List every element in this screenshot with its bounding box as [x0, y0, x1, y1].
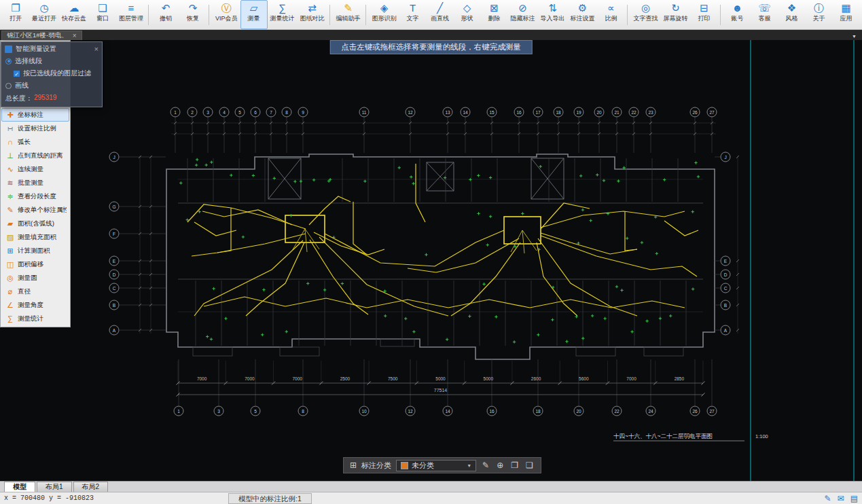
toolbar-button[interactable]: ⊘ 隐藏标注 [508, 0, 538, 29]
svg-text:G: G [112, 204, 115, 209]
tool-item[interactable]: ∠ 测量角度 [1, 298, 69, 312]
edit-annotation-icon: ✎ [5, 206, 15, 214]
close-icon[interactable]: × [94, 46, 98, 52]
toolbar-button[interactable]: ⊟ 打印 [691, 0, 718, 29]
monitor-icon[interactable]: ▤ [850, 494, 858, 503]
toolbar-button[interactable]: ☏ 客服 [751, 0, 778, 29]
mail-icon[interactable]: ✉ [838, 494, 844, 503]
document-tab[interactable]: 锦江小区1#楼-弱电、 × [1, 31, 82, 40]
option-draw-line[interactable]: 画线 [1, 79, 102, 92]
move-icon[interactable]: ⊕ [495, 461, 505, 470]
tool-item[interactable]: ⊞ 计算测面积 [1, 244, 69, 257]
paste-icon[interactable]: ❏ [524, 461, 535, 470]
toolbar-button[interactable]: ╱ 画直线 [427, 0, 454, 29]
toolbar-button[interactable]: ☻ 账号 [724, 0, 751, 29]
edit-icon[interactable]: ✎ [481, 461, 490, 470]
svg-text:2: 2 [191, 110, 194, 115]
layout-tab[interactable]: 布局2 [73, 482, 109, 492]
text-icon: T [410, 2, 416, 14]
svg-text:2500: 2500 [340, 376, 351, 381]
toolbar-button[interactable]: ↶ 撤销 [152, 0, 179, 29]
tool-item[interactable]: ✎ 修改单个标注属性 [1, 203, 69, 217]
measure-panel-title: 智能测量设置 [16, 44, 91, 54]
svg-text:7500: 7500 [388, 376, 398, 381]
svg-text:16: 16 [516, 110, 522, 115]
toolbar-button[interactable]: ◇ 形状 [454, 0, 481, 29]
toolbar-button[interactable]: ◈ 图形识别 [370, 0, 399, 29]
chevron-down-icon[interactable]: ▼ [852, 34, 862, 40]
toolbar-button[interactable]: ✎ 编辑助手 [334, 0, 363, 29]
toolbar-button[interactable]: ⊠ 删除 [481, 0, 508, 29]
tool-item[interactable]: ∿ 连续测量 [1, 162, 69, 176]
drawing-canvas[interactable]: 1234567891112131415161718192021222326271… [0, 40, 862, 481]
svg-text:11: 11 [362, 110, 367, 115]
area-offset-icon: ◫ [5, 260, 15, 268]
measure-circle-icon: ◎ [5, 274, 15, 282]
tool-item[interactable]: ⌀ 直径 [1, 285, 69, 298]
find-text-icon: ◎ [641, 2, 650, 14]
toolbar-button[interactable]: ⓘ 关于 [806, 0, 833, 29]
tool-item[interactable]: ⊥ 点到直线的距离 [1, 149, 69, 162]
toolbar-button[interactable]: ⚙ 标注设置 [568, 0, 598, 29]
undo-icon: ↶ [162, 2, 170, 14]
toolbar-button[interactable]: ◷ 最近打开 [29, 0, 59, 29]
tool-item[interactable]: ✚ 坐标标注 [1, 108, 69, 122]
tool-item[interactable]: ∺ 设置标注比例 [1, 122, 69, 135]
svg-text:12: 12 [408, 110, 413, 115]
svg-text:1:100: 1:100 [755, 433, 768, 439]
measure-stats-icon: ∑ [279, 2, 286, 14]
svg-text:C: C [724, 286, 728, 291]
svg-text:19: 19 [576, 110, 581, 115]
tool-item[interactable]: ∑ 测量统计 [1, 312, 69, 325]
category-value: 未分类 [412, 461, 434, 471]
edit-icon[interactable]: ✎ [825, 494, 831, 503]
option-select-segments[interactable]: 选择线段 [1, 55, 102, 67]
svg-text:4: 4 [223, 110, 226, 115]
toolbar-button[interactable]: ∝ 比例 [598, 0, 625, 29]
tool-item[interactable]: ◎ 测量圆 [1, 271, 69, 285]
toolbar-button[interactable]: ▱ 测量 [240, 0, 268, 29]
svg-text:27: 27 [709, 409, 715, 414]
svg-text:6: 6 [254, 110, 257, 115]
tool-item[interactable]: ◫ 面积偏移 [1, 257, 69, 271]
radio-icon[interactable] [5, 58, 12, 65]
document-tab-bar: 锦江小区1#楼-弱电、 × ▼ [0, 30, 862, 40]
check-icon[interactable]: ✓ [14, 71, 20, 77]
tool-item[interactable]: ≋ 批量测量 [1, 176, 69, 190]
toolbar-button[interactable]: ∑ 测量统计 [268, 0, 298, 29]
toolbar-button[interactable]: ⇅ 导入导出 [538, 0, 568, 29]
svg-text:7000: 7000 [626, 376, 636, 381]
toolbar-button[interactable]: T 文字 [399, 0, 427, 29]
svg-text:24: 24 [648, 409, 653, 414]
toolbar-button[interactable]: ❐ 打开 [2, 0, 29, 29]
tool-item[interactable]: ▨ 测量填充面积 [1, 230, 69, 244]
tool-item[interactable]: ∩ 弧长 [1, 135, 69, 149]
toolbar-button[interactable]: ≡ 图层管理 [116, 0, 146, 29]
svg-text:9: 9 [302, 110, 304, 115]
svg-text:5: 5 [254, 409, 257, 414]
toolbar-button[interactable]: ▦ 应用 [833, 0, 860, 29]
toolbar-button[interactable]: ☁ 快存云盘 [59, 0, 89, 29]
radio-icon[interactable] [5, 83, 12, 89]
hide-annotation-icon: ⊘ [518, 2, 527, 14]
toolbar-button[interactable]: ↻ 屏幕旋转 [661, 0, 691, 29]
layout-tab[interactable]: 布局1 [37, 482, 72, 492]
svg-text:1: 1 [174, 110, 177, 115]
edit-assistant-icon: ✎ [344, 2, 353, 14]
close-icon[interactable]: × [73, 33, 77, 39]
toolbar-button[interactable]: ◎ 文字查找 [631, 0, 661, 29]
option-layer-filter[interactable]: ✓ 按已选线段的图层过滤 [1, 67, 102, 79]
toolbar-button[interactable]: ❖ 风格 [778, 0, 806, 29]
layout-tab[interactable]: 模型 [4, 482, 35, 492]
toolbar-button[interactable]: ❏ 窗口 [89, 0, 116, 29]
category-dropdown[interactable]: 未分类 ▼ [396, 460, 476, 471]
svg-text:D: D [724, 272, 728, 277]
toolbar-button[interactable]: ⇄ 图纸对比 [298, 0, 327, 29]
toolbar-button[interactable]: Ⓥ VIP会员 [213, 0, 240, 29]
tool-item[interactable]: ≑ 查看分段长度 [1, 190, 69, 203]
tool-item[interactable]: ▰ 面积(含弧线) [1, 217, 69, 230]
toolbar-button[interactable]: ↷ 恢复 [179, 0, 206, 29]
svg-text:14: 14 [463, 110, 468, 115]
svg-text:E: E [113, 259, 116, 264]
copy-icon[interactable]: ❐ [509, 461, 520, 470]
